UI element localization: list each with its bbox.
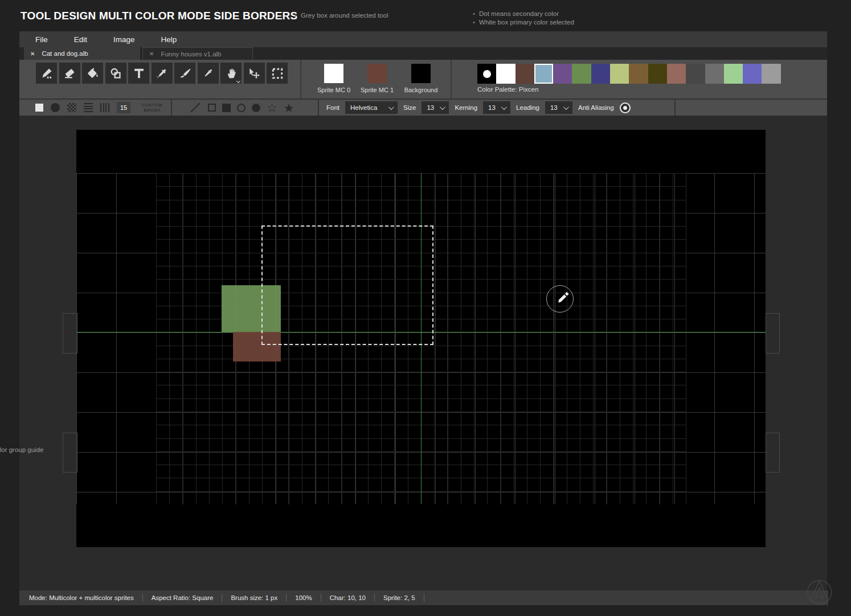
anti-aliasing-radio[interactable]: [620, 102, 631, 113]
menu-help[interactable]: Help: [158, 35, 181, 44]
palette-swatch-3[interactable]: [534, 64, 553, 84]
pencil-icon: [40, 67, 53, 80]
shapes-icon: [109, 67, 122, 80]
color-palette-swatches: [477, 64, 781, 84]
palette-swatch-13[interactable]: [724, 64, 743, 84]
palette-swatch-0[interactable]: [477, 64, 496, 84]
status-bar: Mode: Multicolor + multicolor spritesAsp…: [19, 590, 828, 605]
selection-marquee[interactable]: [261, 225, 433, 345]
app-logo: [806, 579, 833, 611]
background-color-slot[interactable]: Background: [395, 64, 447, 93]
circle-filled-shape-button[interactable]: [252, 104, 260, 112]
status-item-2: Brush size: 1 px: [222, 594, 287, 602]
eyedropper-icon: [202, 67, 214, 80]
palette-swatch-2[interactable]: [515, 64, 534, 84]
tab-close-icon[interactable]: ✕: [30, 51, 35, 57]
brush-hlines-button[interactable]: [84, 103, 93, 112]
menu-edit[interactable]: Edit: [71, 35, 91, 44]
line-shape-button[interactable]: [190, 102, 200, 112]
brush-round-button[interactable]: [51, 103, 60, 112]
color-group-guide-note: Color group guide: [0, 446, 43, 453]
custom-brush-button[interactable]: CUSTOM BRUSH: [138, 102, 166, 113]
palette-swatch-6[interactable]: [591, 64, 610, 84]
tool-group: [36, 63, 288, 84]
palette-swatch-5[interactable]: [572, 64, 591, 84]
circle-outline-shape-button[interactable]: [237, 104, 246, 112]
brush-vlines-button[interactable]: [100, 103, 109, 112]
toolbar-divider: [451, 60, 452, 98]
brush-square-button[interactable]: [35, 104, 43, 112]
color-palette-label: Color Palette: Pixcen: [477, 86, 538, 93]
palette-swatch-12[interactable]: [705, 64, 724, 84]
marquee-select-tool-button[interactable]: [267, 63, 288, 84]
bullet-icon: •: [473, 19, 475, 26]
hand-icon: [225, 67, 238, 80]
annotation-selected-tool: •Grey box around selected tool: [294, 12, 388, 19]
star-outline-shape-button[interactable]: ☆: [267, 102, 277, 114]
paint-bucket-icon: [87, 67, 99, 80]
move-tool-button[interactable]: [244, 63, 265, 84]
eyedropper-tool-button[interactable]: [198, 63, 219, 84]
palette-swatch-1[interactable]: [496, 64, 515, 84]
tab-close-icon[interactable]: ✕: [149, 51, 154, 57]
canvas[interactable]: [76, 130, 766, 547]
palette-swatch-8[interactable]: [629, 64, 648, 84]
annotation-secondary-color: •Dot means secondary color: [473, 10, 559, 17]
hand-tool-button[interactable]: [220, 63, 242, 84]
leading-label: Leading: [516, 104, 539, 111]
palette-swatch-9[interactable]: [648, 64, 667, 84]
side-border-marker-right-top: [766, 313, 780, 354]
airbrush-tool-button[interactable]: [152, 63, 173, 84]
status-item-0: Mode: Multicolor + multicolor sprites: [21, 594, 143, 602]
text-options-group: Font Helvetica Size 13 Kerning 13 Leadin…: [326, 100, 631, 116]
palette-swatch-14[interactable]: [743, 64, 762, 84]
sprite-mc1-swatch[interactable]: [367, 64, 387, 83]
bullet-icon: •: [294, 12, 297, 19]
palette-swatch-4[interactable]: [553, 64, 572, 84]
pencil-tool-button[interactable]: [36, 63, 57, 84]
palette-swatch-15[interactable]: [762, 64, 780, 84]
size-dropdown[interactable]: 13: [422, 101, 449, 114]
side-border-marker-right-bottom: [766, 433, 780, 473]
move-icon: [248, 67, 260, 80]
brush-size-value[interactable]: 15: [117, 102, 130, 113]
background-swatch[interactable]: [411, 64, 431, 83]
text-tool-button[interactable]: [128, 63, 149, 84]
status-item-5: Sprite: 2, 5: [375, 594, 424, 602]
marquee-icon: [271, 67, 284, 80]
rect-outline-shape-button[interactable]: [208, 104, 216, 112]
tab-strip: ✕ Cat and dog.alb ✕ Funny houses v1.alb: [19, 47, 827, 60]
tab-funny-houses[interactable]: ✕ Funny houses v1.alb: [142, 47, 253, 60]
secondary-color-dot-icon: [483, 70, 491, 78]
toolbar-divider: [674, 100, 676, 116]
fill-tool-button[interactable]: [82, 63, 103, 84]
chevron-down-icon: [563, 104, 569, 110]
tab-cat-and-dog[interactable]: ✕ Cat and dog.alb: [24, 47, 140, 60]
pencil-cursor-icon: [553, 289, 570, 306]
brush-dither-button[interactable]: [67, 103, 76, 112]
menu-file[interactable]: File: [32, 35, 51, 44]
palette-swatch-10[interactable]: [667, 64, 686, 84]
text-icon: [133, 67, 145, 80]
font-label: Font: [326, 104, 339, 111]
font-dropdown[interactable]: Helvetica: [345, 101, 398, 114]
rect-filled-shape-button[interactable]: [222, 104, 231, 112]
shapes-tool-button[interactable]: [105, 63, 126, 84]
status-item-4: Char: 10, 10: [321, 594, 375, 602]
annotation-primary-color: •White box primary color selected: [473, 19, 574, 26]
palette-swatch-11[interactable]: [686, 64, 705, 84]
palette-swatch-7[interactable]: [610, 64, 629, 84]
menu-image[interactable]: Image: [110, 35, 138, 44]
brush-icon: [179, 67, 191, 80]
hand-options-chevron-icon[interactable]: [236, 79, 240, 83]
eraser-tool-button[interactable]: [59, 63, 80, 84]
leading-dropdown[interactable]: 13: [545, 101, 572, 114]
tab-label: Funny houses v1.alb: [161, 51, 221, 58]
star-filled-shape-button[interactable]: ★: [284, 102, 294, 114]
app-logo-icon: [806, 579, 833, 609]
eraser-icon: [63, 67, 76, 80]
sprite-mc0-swatch[interactable]: [324, 64, 343, 83]
tab-label: Cat and dog.alb: [42, 50, 88, 57]
brush-tool-button[interactable]: [174, 63, 195, 84]
kerning-dropdown[interactable]: 13: [483, 101, 510, 114]
